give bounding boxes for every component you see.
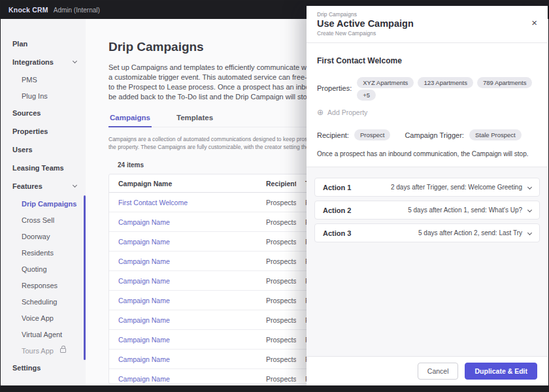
action-detail-text: 5 days after Action 2, send: Last Try xyxy=(418,229,522,237)
campaign-name-link[interactable]: Campaign Name xyxy=(109,238,257,246)
sidebar-item-settings[interactable]: Settings xyxy=(1,359,86,377)
tab-templates[interactable]: Templates xyxy=(175,114,214,127)
sidebar-nav: PlanIntegrationsPMSPlug InsSourcesProper… xyxy=(1,19,86,385)
drawer-panel: Drip Campaigns Use Active Campaign Creat… xyxy=(307,6,548,385)
recipient-cell: Prospects xyxy=(257,218,296,226)
recipient-cell: Prospects xyxy=(257,277,296,285)
recipient-trigger-row: Recipient: Prospect Campaign Trigger: St… xyxy=(317,129,537,140)
cancel-button[interactable]: Cancel xyxy=(418,363,459,380)
action-detail: 5 days after Action 2, send: Last Try xyxy=(418,229,531,237)
action-detail-text: 2 days after Trigger, send: Welcome Gree… xyxy=(391,184,522,191)
bottom-bar xyxy=(1,385,548,391)
sidebar-item-label: Integrations xyxy=(12,58,54,66)
action-row[interactable]: Action 35 days after Action 2, send: Las… xyxy=(314,223,540,242)
sidebar-item-tours-app[interactable]: Tours App xyxy=(1,342,86,359)
sidebar-item-leasing-teams[interactable]: Leasing Teams xyxy=(1,159,86,177)
sidebar-item-residents[interactable]: Residents xyxy=(1,244,86,261)
sidebar-item-label: Settings xyxy=(12,364,41,372)
campaign-name-link[interactable]: Campaign Name xyxy=(109,218,257,226)
action-row[interactable]: Action 25 days after Action 1, send: Wha… xyxy=(314,201,540,220)
campaign-name-link[interactable]: Campaign Name xyxy=(109,375,257,383)
drawer-title: Use Active Campaign xyxy=(317,18,537,29)
action-label: Action 1 xyxy=(323,184,351,191)
recipient-chip[interactable]: Prospect xyxy=(354,129,391,140)
action-row[interactable]: Action 12 days after Trigger, send: Welc… xyxy=(314,178,540,197)
action-label: Action 3 xyxy=(323,229,351,237)
drawer-breadcrumb: Drip Campaigns xyxy=(317,11,537,18)
sidebar-item-label: Residents xyxy=(22,249,54,257)
campaign-name-link[interactable]: Campaign Name xyxy=(109,336,257,344)
add-property-button[interactable]: ⊕ Add Property xyxy=(317,108,537,116)
column-campaign-name[interactable]: Campaign Name xyxy=(109,180,257,188)
sidebar-item-doorway[interactable]: Doorway xyxy=(1,228,86,244)
duplicate-edit-button[interactable]: Duplicate & Edit xyxy=(465,363,537,380)
sidebar-active-indicator xyxy=(84,195,86,360)
campaign-name-link[interactable]: Campaign Name xyxy=(109,297,257,304)
recipient-cell: Prospects xyxy=(257,199,296,206)
sidebar-item-integrations[interactable]: Integrations xyxy=(1,53,86,71)
sidebar-item-cross-sell[interactable]: Cross Sell xyxy=(1,212,86,228)
sidebar-item-quoting[interactable]: Quoting xyxy=(1,261,86,277)
sidebar-item-label: Users xyxy=(12,146,33,154)
app-window: Knock CRM Admin (Internal) PlanIntegrati… xyxy=(0,0,549,392)
sidebar-item-pms[interactable]: PMS xyxy=(1,71,86,88)
sidebar-items: PlanIntegrationsPMSPlug InsSourcesProper… xyxy=(1,35,86,377)
property-chip[interactable]: 123 Apartments xyxy=(418,77,473,88)
sidebar-item-label: Properties xyxy=(12,127,48,135)
sidebar-item-users[interactable]: Users xyxy=(1,140,86,159)
recipient-cell: Prospects xyxy=(257,375,296,383)
sidebar-item-features[interactable]: Features xyxy=(1,177,86,195)
recipient-label: Recipient: xyxy=(317,131,349,139)
campaign-trigger-chip[interactable]: Stale Prospect xyxy=(469,129,522,140)
sidebar-item-voice-app[interactable]: Voice App xyxy=(1,310,86,326)
add-property-label: Add Property xyxy=(327,108,367,116)
campaign-name-link[interactable]: Campaign Name xyxy=(109,355,257,363)
sidebar-item-label: PMS xyxy=(22,76,37,84)
sidebar-item-plan[interactable]: Plan xyxy=(1,35,86,53)
sidebar-item-virtual-agent[interactable]: Virtual Agent xyxy=(1,326,86,342)
campaign-name-link[interactable]: Campaign Name xyxy=(109,277,257,285)
sidebar-item-properties[interactable]: Properties xyxy=(1,122,86,140)
drawer-header: Drip Campaigns Use Active Campaign Creat… xyxy=(307,6,548,43)
drawer-subtitle: Create New Campaigns xyxy=(317,30,537,37)
chevron-down-icon[interactable] xyxy=(527,231,532,235)
property-chip[interactable]: 789 Apartments xyxy=(477,77,533,88)
sidebar-item-plug-ins[interactable]: Plug Ins xyxy=(1,88,86,104)
sidebar-item-scheduling[interactable]: Scheduling xyxy=(1,293,86,310)
sidebar-item-label: Features xyxy=(12,182,42,190)
campaign-name-link[interactable]: First Contact Welcome xyxy=(109,199,257,206)
sidebar-item-label: Quoting xyxy=(22,265,47,273)
recipient-cell: Prospects xyxy=(257,316,296,324)
sidebar-item-label: Cross Sell xyxy=(22,216,54,224)
campaign-name-link[interactable]: Campaign Name xyxy=(109,257,257,265)
sidebar-item-label: Tours App xyxy=(22,347,54,355)
sidebar-item-drip-campaigns[interactable]: Drip Campaigns xyxy=(1,195,86,212)
close-icon[interactable]: × xyxy=(531,18,537,27)
sidebar-item-label: Sources xyxy=(12,109,41,117)
sidebar-item-label: Plan xyxy=(12,40,27,48)
properties-label: Properties: xyxy=(317,84,352,92)
brand-logo[interactable]: Knock CRM xyxy=(8,6,48,14)
lock-icon xyxy=(60,348,66,353)
sidebar-item-label: Virtual Agent xyxy=(22,331,62,338)
recipient-cell: Prospects xyxy=(257,297,296,304)
sidebar-item-label: Voice App xyxy=(22,314,54,322)
action-detail-text: 5 days after Action 1, send: What's Up? xyxy=(408,206,522,214)
chevron-down-icon[interactable] xyxy=(527,208,532,212)
sidebar-item-sources[interactable]: Sources xyxy=(1,104,86,122)
action-list: Action 12 days after Trigger, send: Welc… xyxy=(314,178,540,242)
brand-subtitle: Admin (Internal) xyxy=(54,7,100,14)
property-chip[interactable]: +5 xyxy=(357,90,376,101)
chevron-down-icon xyxy=(73,59,77,63)
sidebar-item-label: Plug Ins xyxy=(22,92,48,100)
property-chip[interactable]: XYZ Apartments xyxy=(357,77,414,88)
campaign-name-link[interactable]: Campaign Name xyxy=(109,316,257,324)
sidebar-item-responses[interactable]: Responses xyxy=(1,277,86,293)
sidebar-item-label: Scheduling xyxy=(22,298,57,306)
chevron-down-icon[interactable] xyxy=(527,185,532,189)
column-recipient[interactable]: Recipient xyxy=(257,180,296,188)
recipient-cell: Prospects xyxy=(257,355,296,363)
action-detail: 2 days after Trigger, send: Welcome Gree… xyxy=(391,184,531,191)
actions-section: Action 12 days after Trigger, send: Welc… xyxy=(307,167,548,356)
tab-campaigns[interactable]: Campaigns xyxy=(108,114,152,127)
